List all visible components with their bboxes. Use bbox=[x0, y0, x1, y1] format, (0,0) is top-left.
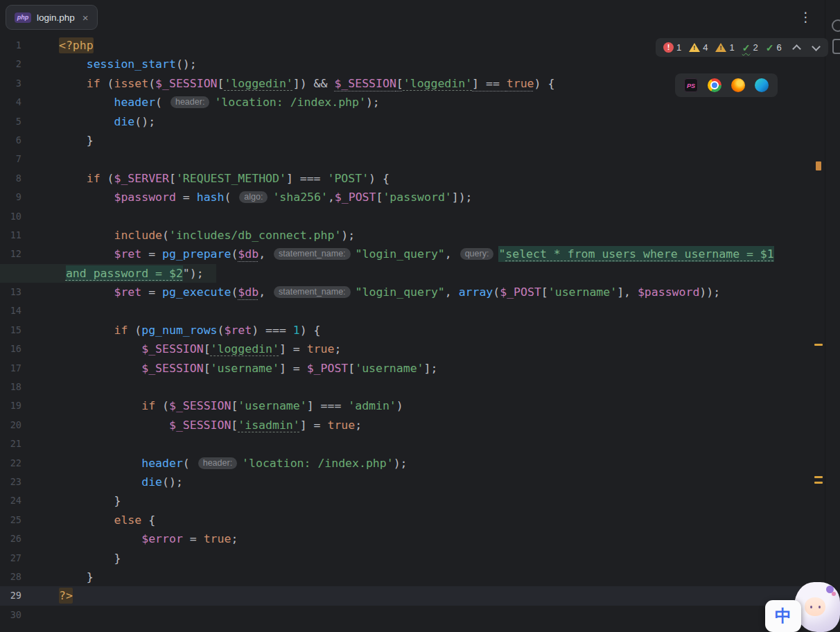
code-token: true bbox=[204, 532, 231, 545]
line-number: 12 bbox=[0, 245, 59, 263]
code-token: [ bbox=[231, 419, 238, 432]
code-token: 'loggedin' bbox=[224, 77, 292, 90]
code-line[interactable]: 8 if ($_SERVER['REQUEST_METHOD'] === 'PO… bbox=[0, 169, 812, 188]
code-line[interactable]: 13 $ret = pg_execute($db, statement_name… bbox=[0, 283, 812, 301]
code-token bbox=[59, 229, 114, 242]
code-line[interactable]: 30 bbox=[0, 606, 812, 624]
code-line[interactable]: 17 $_SESSION['username'] = $_POST['usern… bbox=[0, 359, 812, 378]
line-number: 14 bbox=[0, 301, 59, 320]
code-line[interactable]: 11 include('includes/db_connect.php'); bbox=[0, 226, 812, 245]
code-line[interactable]: 7 bbox=[0, 150, 812, 168]
code-text bbox=[59, 434, 812, 453]
line-number: 17 bbox=[0, 359, 59, 378]
code-token: } bbox=[59, 134, 94, 147]
line-number: 24 bbox=[0, 491, 59, 510]
code-line[interactable]: 22 header( header:'location: /index.php'… bbox=[0, 454, 812, 473]
passed-item[interactable]: ✓ 6 bbox=[766, 42, 782, 53]
code-token: select * from users where username = $1 bbox=[505, 246, 773, 262]
code-line[interactable]: 25 else { bbox=[0, 511, 812, 529]
code-token: [ bbox=[348, 362, 355, 375]
code-token: true bbox=[307, 342, 335, 356]
code-line[interactable]: 6 } bbox=[0, 131, 812, 150]
code-token: $password bbox=[638, 286, 699, 299]
right-tool-stripe bbox=[825, 0, 840, 632]
code-token: , bbox=[259, 247, 272, 261]
code-token bbox=[59, 191, 114, 204]
code-line[interactable]: 20 $_SESSION['isadmin'] = true; bbox=[0, 416, 812, 434]
code-line[interactable]: 15 if (pg_num_rows($ret) === 1) { bbox=[0, 321, 812, 340]
code-line[interactable]: 28 } bbox=[0, 568, 812, 586]
code-text: $password = hash( algo:'sha256',$_POST['… bbox=[59, 188, 812, 207]
code-token bbox=[59, 419, 169, 432]
line-number: 28 bbox=[0, 568, 59, 586]
weak-warning-count: 1 bbox=[729, 42, 734, 53]
code-line[interactable]: 5 die(); bbox=[0, 112, 812, 131]
code-line[interactable]: and password = $2"); bbox=[0, 264, 812, 283]
weak-warnings-item[interactable]: 1 bbox=[715, 42, 734, 53]
code-line[interactable]: 24 } bbox=[0, 491, 812, 510]
close-icon[interactable]: × bbox=[82, 12, 89, 24]
code-token: isset bbox=[114, 77, 149, 90]
check-icon: ✓ bbox=[766, 42, 774, 53]
code-line[interactable]: 27 } bbox=[0, 549, 812, 568]
code-token: ] bbox=[472, 77, 479, 90]
code-token: ; bbox=[231, 532, 238, 545]
clipboard-icon[interactable] bbox=[832, 39, 840, 54]
code-token: ) bbox=[300, 77, 314, 90]
code-line[interactable]: 2 session_start(); bbox=[0, 55, 812, 73]
errors-item[interactable]: 1 bbox=[663, 42, 681, 53]
code-token: , bbox=[445, 247, 459, 261]
code-line[interactable]: 14 bbox=[0, 301, 812, 320]
code-line[interactable]: 18 bbox=[0, 378, 812, 396]
code-line[interactable]: 26 $error = true; bbox=[0, 529, 812, 548]
code-line[interactable]: 21 bbox=[0, 434, 812, 453]
code-token: ( bbox=[100, 172, 114, 185]
code-token: algo: bbox=[239, 191, 268, 203]
next-problem-icon[interactable] bbox=[812, 42, 821, 51]
more-options-icon[interactable]: ⋮ bbox=[799, 8, 812, 26]
code-token: ) { bbox=[369, 172, 390, 185]
code-line[interactable]: 29?> bbox=[0, 586, 812, 605]
code-text: if ($_SERVER['REQUEST_METHOD'] === 'POST… bbox=[59, 169, 812, 188]
notifications-icon[interactable] bbox=[832, 19, 840, 32]
code-token: "); bbox=[183, 267, 204, 280]
code-token: ] bbox=[293, 77, 300, 90]
code-line[interactable]: 23 die(); bbox=[0, 473, 812, 491]
warning-icon bbox=[689, 43, 700, 52]
code-token: if bbox=[87, 77, 100, 90]
code-token: ( bbox=[148, 77, 155, 90]
code-token: $password bbox=[114, 191, 175, 204]
builtin-preview-icon[interactable]: PS bbox=[684, 78, 698, 92]
code-token: ) { bbox=[534, 77, 555, 90]
code-token: ( bbox=[162, 229, 169, 242]
code-token: header: bbox=[170, 96, 209, 108]
code-area: 1<?php2 session_start();3 if (isset($_SE… bbox=[0, 36, 812, 624]
code-token: " bbox=[498, 246, 505, 262]
code-line[interactable]: 16 $_SESSION['loggedin'] = true; bbox=[0, 340, 812, 358]
warnings-item[interactable]: 4 bbox=[689, 42, 708, 53]
code-line[interactable]: 12 $ret = pg_prepare($db, statement_name… bbox=[0, 245, 812, 263]
line-number: 29 bbox=[0, 586, 59, 605]
code-line[interactable]: 10 bbox=[0, 207, 812, 226]
code-token: header: bbox=[198, 457, 237, 469]
scrollbar[interactable] bbox=[814, 35, 825, 632]
chrome-icon[interactable] bbox=[708, 78, 721, 92]
inspections-widget[interactable]: 1 4 1 ✓ 2 ✓ 6 bbox=[656, 38, 828, 57]
code-line[interactable]: 9 $password = hash( algo:'sha256',$_POST… bbox=[0, 188, 812, 207]
scrollbar-warning-mark bbox=[814, 482, 823, 484]
code-token: { bbox=[141, 514, 155, 527]
code-token bbox=[59, 362, 141, 375]
code-token: header bbox=[114, 96, 155, 109]
open-in-browser-bar: PS bbox=[675, 73, 778, 97]
typos-item[interactable]: ✓ 2 bbox=[742, 42, 758, 53]
code-text: } bbox=[59, 491, 812, 510]
edge-icon[interactable] bbox=[755, 78, 769, 92]
firefox-icon[interactable] bbox=[731, 78, 745, 92]
code-editor[interactable]: 1<?php2 session_start();3 if (isset($_SE… bbox=[0, 35, 825, 632]
tab-login-php[interactable]: php login.php × bbox=[6, 5, 98, 30]
code-token: )); bbox=[699, 286, 720, 299]
code-token bbox=[59, 96, 114, 109]
code-text bbox=[59, 150, 812, 168]
code-line[interactable]: 19 if ($_SESSION['username'] === 'admin'… bbox=[0, 396, 812, 415]
prev-problem-icon[interactable] bbox=[792, 44, 801, 53]
